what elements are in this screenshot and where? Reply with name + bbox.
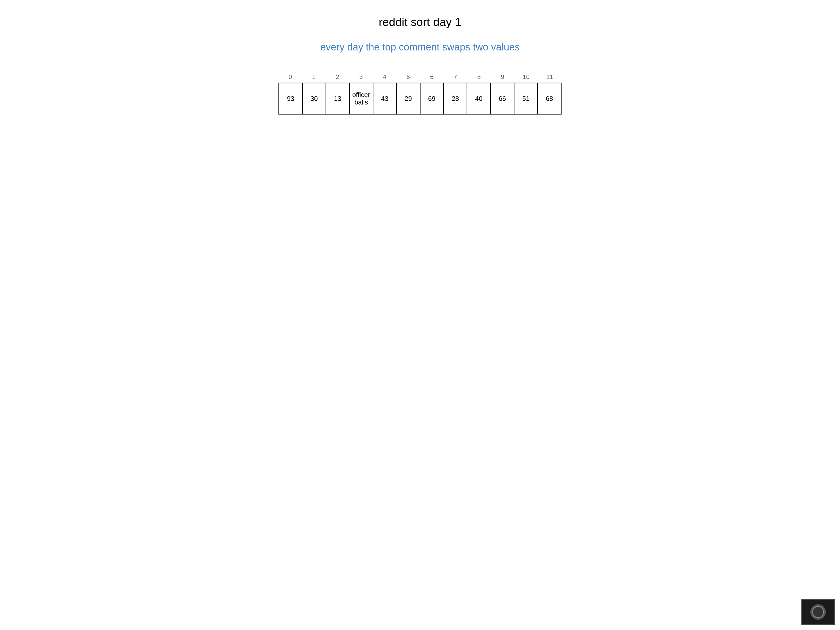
webcam-face bbox=[810, 604, 826, 620]
value-cell-10: 51 bbox=[515, 84, 538, 114]
index-cell-1: 1 bbox=[302, 73, 326, 83]
value-cell-7: 28 bbox=[444, 84, 467, 114]
page-title: reddit sort day 1 bbox=[379, 16, 461, 28]
values-row: 933013officer balls4329692840665168 bbox=[278, 83, 562, 115]
value-cell-3: officer balls bbox=[350, 84, 373, 114]
index-cell-4: 4 bbox=[373, 73, 396, 83]
index-cell-9: 9 bbox=[491, 73, 515, 83]
webcam-thumbnail bbox=[801, 599, 835, 625]
value-cell-1: 30 bbox=[303, 84, 326, 114]
index-cell-0: 0 bbox=[278, 73, 302, 83]
array-container: 01234567891011 933013officer balls432969… bbox=[278, 73, 562, 115]
index-cell-7: 7 bbox=[444, 73, 467, 83]
index-cell-5: 5 bbox=[396, 73, 420, 83]
value-cell-2: 13 bbox=[326, 84, 350, 114]
value-cell-8: 40 bbox=[467, 84, 491, 114]
index-cell-2: 2 bbox=[325, 73, 349, 83]
index-cell-11: 11 bbox=[538, 73, 562, 83]
index-cell-8: 8 bbox=[467, 73, 491, 83]
index-cell-3: 3 bbox=[349, 73, 373, 83]
index-cell-6: 6 bbox=[420, 73, 444, 83]
index-cell-10: 10 bbox=[515, 73, 538, 83]
value-cell-11: 68 bbox=[538, 84, 561, 114]
indices-row: 01234567891011 bbox=[278, 73, 562, 83]
value-cell-5: 29 bbox=[397, 84, 420, 114]
value-cell-6: 69 bbox=[420, 84, 444, 114]
value-cell-4: 43 bbox=[373, 84, 397, 114]
value-cell-9: 66 bbox=[491, 84, 515, 114]
value-cell-0: 93 bbox=[279, 84, 303, 114]
subtitle-text: every day the top comment swaps two valu… bbox=[321, 41, 520, 53]
